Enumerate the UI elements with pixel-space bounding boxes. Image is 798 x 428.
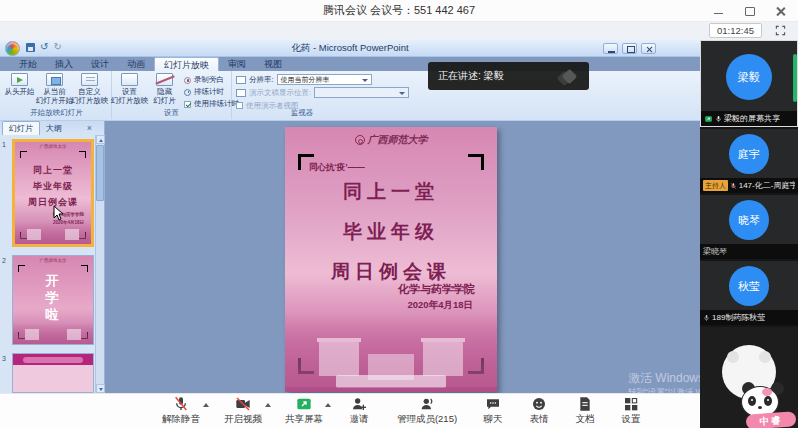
panda-sticker: 中睿 — [732, 382, 796, 428]
slide-thumbnail-2[interactable]: 广西师范大学 开 学 啦 — [12, 255, 94, 345]
building-image — [13, 322, 93, 344]
record-narration-button[interactable]: 录制旁白 — [184, 74, 239, 86]
university-seal-icon — [355, 135, 365, 145]
tab-animation[interactable]: 动画 — [118, 57, 154, 71]
sidebar-scrollbar[interactable] — [793, 54, 797, 102]
screen-share-icon — [704, 115, 713, 123]
building-image — [285, 314, 497, 392]
rehearse-timings-button[interactable]: 排练计时 — [184, 86, 239, 98]
custom-slideshow-button[interactable]: 自定义 幻灯片放映 — [72, 73, 107, 105]
participant-tile-sharing[interactable]: 梁毅 梁毅的屏幕共享 — [700, 40, 798, 127]
save-icon[interactable] — [26, 43, 35, 52]
participant-label: 梁晓琴 — [703, 246, 727, 257]
from-current-slide-button[interactable]: 从当前 幻灯片开始 — [37, 73, 72, 105]
tab-slideshow[interactable]: 幻灯片放映 — [154, 57, 219, 71]
slide-number: 1 — [2, 141, 6, 148]
ppt-titlebar: ↺ ↻ 化药 - Microsoft PowerPoint — [0, 40, 700, 57]
slide-editor-area: 广西师范大学 同心抗‘疫’—— 同上一堂 毕业年级 周日例会课 化学与药学学院 … — [105, 121, 700, 393]
tab-home[interactable]: 开始 — [10, 57, 46, 71]
tab-outline[interactable]: 大纲 — [40, 122, 68, 135]
participant-label-bar: 主持人 147-化二-周庭宇 — [700, 178, 798, 193]
slide-number: 2 — [2, 257, 6, 264]
ribbon-group-start-slideshow: 从头开始 从当前 幻灯片开始 自定义 幻灯片放映 开始放映幻灯片 — [2, 71, 112, 119]
activate-windows-watermark: 激活 Windows 转到“设置”以激活 Windows。 — [628, 370, 700, 393]
mic-muted-icon — [730, 182, 737, 190]
document-icon — [577, 396, 593, 412]
slide-title-line: 同上一堂 — [285, 179, 497, 205]
participant-tile[interactable]: 晓琴 梁晓琴 — [700, 195, 798, 259]
mic-options-caret[interactable] — [203, 403, 209, 407]
ribbon-group-monitors: 分辨率: 使用当前分辨率 演示文稿显示位置: 使用演示者视图 监视器 — [232, 71, 432, 119]
setup-slideshow-button[interactable]: 设置 幻灯片放映 — [112, 73, 147, 105]
scrollbar-thumb[interactable] — [96, 145, 104, 201]
slides-panel-tabs: 幻灯片 大纲 × — [0, 121, 104, 135]
ppt-minimize-icon[interactable] — [603, 43, 618, 54]
docs-button[interactable]: 文档 — [562, 394, 608, 428]
members-icon — [419, 396, 435, 412]
tab-design[interactable]: 设计 — [82, 57, 118, 71]
hide-slide-button[interactable]: 隐藏 幻灯片 — [147, 73, 182, 105]
participants-sidebar: 梁毅 梁毅的屏幕共享 庭宇 主持人 147-化二-周庭宇 — [700, 40, 798, 428]
from-current-icon — [46, 73, 63, 86]
panel-close-icon[interactable]: × — [87, 123, 92, 133]
meeting-subbar: 01:12:45 — [0, 22, 798, 40]
window-controls — [713, 0, 786, 22]
slide-date: 2020年4月18日 — [408, 299, 473, 312]
show-on-dropdown[interactable] — [314, 87, 409, 98]
slides-panel-scrollbar[interactable] — [95, 135, 104, 393]
settings-button[interactable]: 设置 — [608, 394, 654, 428]
chat-button[interactable]: 聊天 — [470, 394, 516, 428]
speaking-toast-text: 正在讲述: 梁毅 — [428, 69, 559, 83]
tab-insert[interactable]: 插入 — [46, 57, 82, 71]
tab-review[interactable]: 审阅 — [219, 57, 255, 71]
participant-tile-host[interactable]: 庭宇 主持人 147-化二-周庭宇 — [700, 129, 798, 193]
share-screen-button[interactable]: 共享屏幕 — [274, 394, 334, 428]
invite-button[interactable]: 邀请 — [334, 394, 384, 428]
mic-muted-icon — [173, 396, 189, 412]
scroll-down-icon[interactable] — [96, 384, 105, 393]
settings-grid-icon — [623, 396, 639, 412]
pink-bow-icon — [762, 388, 772, 396]
from-beginning-button[interactable]: 从头开始 — [2, 73, 37, 105]
undo-icon[interactable]: ↺ — [40, 42, 48, 52]
avatar: 晓琴 — [729, 200, 769, 240]
participant-label-bar: 189制药陈秋莹 — [700, 310, 798, 325]
record-icon — [184, 77, 191, 84]
close-icon[interactable] — [775, 6, 786, 17]
building-image — [15, 222, 91, 244]
maximize-icon[interactable] — [744, 6, 755, 17]
avatar: 秋莹 — [729, 266, 769, 306]
office-button-icon[interactable] — [5, 41, 20, 56]
emoji-icon — [531, 396, 547, 412]
minimize-icon[interactable] — [713, 6, 724, 17]
group-label: 开始放映幻灯片 — [2, 108, 111, 118]
current-slide[interactable]: 广西师范大学 同心抗‘疫’—— 同上一堂 毕业年级 周日例会课 化学与药学学院 … — [285, 127, 497, 392]
shared-screen-powerpoint: ↺ ↻ 化药 - Microsoft PowerPoint 开始 插入 设计 动… — [0, 40, 700, 393]
ppt-close-icon[interactable] — [641, 43, 656, 54]
tab-view[interactable]: 视图 — [255, 57, 291, 71]
checkbox-checked-icon — [184, 101, 191, 108]
slide-thumbnail-1[interactable]: 广西师范大学 同上一堂 毕业年级 周日例会课 化学与药学学院 2020年4月18… — [12, 139, 94, 247]
video-options-caret[interactable] — [265, 403, 271, 407]
avatar: 庭宇 — [729, 134, 769, 174]
mic-icon — [715, 115, 722, 123]
tab-slides[interactable]: 幻灯片 — [2, 121, 40, 135]
manage-members-button[interactable]: 管理成员(215) — [384, 394, 470, 428]
host-badge: 主持人 — [703, 180, 728, 191]
unmute-button[interactable]: 解除静音 — [150, 394, 212, 428]
ribbon: 从头开始 从当前 幻灯片开始 自定义 幻灯片放映 开始放映幻灯片 — [0, 71, 700, 121]
resolution-dropdown[interactable]: 使用当前分辨率 — [277, 74, 372, 85]
emoji-button[interactable]: 表情 — [516, 394, 562, 428]
redo-icon[interactable]: ↻ — [53, 42, 61, 52]
start-video-button[interactable]: 开启视频 — [212, 394, 274, 428]
mouse-cursor — [53, 205, 65, 221]
show-on-icon — [236, 89, 246, 97]
share-options-caret[interactable] — [325, 403, 331, 407]
resolution-icon — [236, 76, 246, 84]
scroll-up-icon[interactable] — [96, 135, 105, 144]
fullscreen-icon[interactable] — [775, 25, 786, 36]
ppt-maximize-icon[interactable] — [622, 43, 637, 54]
sticker-banner: 中睿 — [746, 411, 797, 428]
participant-tile[interactable]: 秋莹 189制药陈秋莹 — [700, 261, 798, 325]
slide-thumbnail-3[interactable] — [12, 353, 94, 393]
